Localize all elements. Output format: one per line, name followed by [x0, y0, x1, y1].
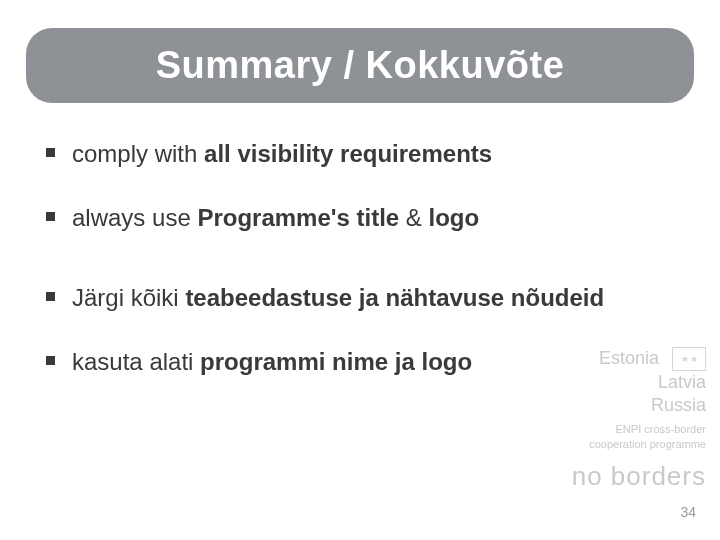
bullet-strong: Programme's title	[197, 204, 405, 231]
bullet-item: Järgi kõiki teabeedastuse ja nähtavuse n…	[46, 283, 684, 313]
watermark-tagline: no borders	[572, 461, 706, 492]
bullet-strong: programmi nime ja logo	[200, 348, 472, 375]
watermark-small-line: cooperation programme	[589, 438, 706, 450]
title-bar: Summary / Kokkuvõte	[26, 28, 694, 103]
bullet-item: comply with all visibility requirements	[46, 139, 684, 169]
bullet-text: Järgi kõiki	[72, 284, 185, 311]
bullet-strong: logo	[429, 204, 480, 231]
bullet-item: kasuta alati programmi nime ja logo	[46, 347, 684, 377]
bullet-text: always use	[72, 204, 197, 231]
slide-title: Summary / Kokkuvõte	[46, 44, 674, 87]
bullet-strong: teabeedastuse ja nähtavuse nõudeid	[185, 284, 604, 311]
bullet-list: comply with all visibility requirements …	[46, 139, 684, 377]
watermark-subtitle: ENPI cross-border cooperation programme	[572, 422, 706, 451]
watermark-small-line: ENPI cross-border	[616, 423, 706, 435]
bullet-gap	[46, 267, 684, 283]
bullet-amp: &	[406, 204, 429, 231]
content-area: comply with all visibility requirements …	[0, 103, 720, 377]
page-number: 34	[680, 504, 696, 520]
bullet-strong: all visibility requirements	[204, 140, 492, 167]
bullet-text: comply with	[72, 140, 204, 167]
bullet-item: always use Programme's title & logo	[46, 203, 684, 233]
watermark-country: Russia	[651, 395, 706, 415]
bullet-text: kasuta alati	[72, 348, 200, 375]
